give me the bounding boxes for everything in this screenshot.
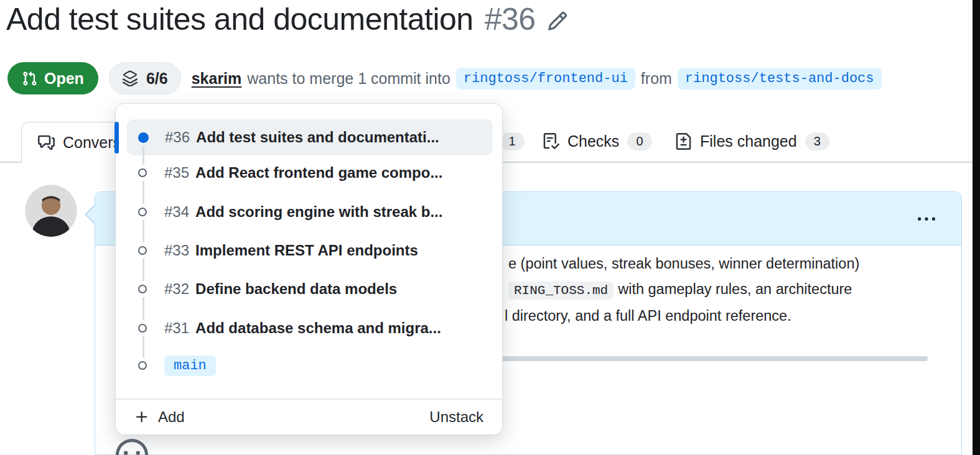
stack-connector — [142, 259, 144, 281]
comment-line-2: RING_TOSS.mdwith gameplay rules, an arch… — [508, 281, 852, 298]
selected-item-indicator — [114, 122, 119, 154]
add-reaction-button[interactable] — [116, 439, 148, 455]
merge-description: skarim wants to merge 1 commit into ring… — [192, 68, 882, 90]
pr-dot-icon — [138, 285, 147, 293]
stack-icon — [122, 70, 138, 86]
avatar[interactable] — [25, 185, 77, 237]
tab-checks-count: 0 — [627, 132, 651, 150]
branch-dot-icon — [138, 361, 147, 370]
stack-dropdown: #36 Add test suites and documentati... #… — [115, 103, 503, 435]
pencil-icon — [547, 11, 568, 32]
tab-files-changed-count: 3 — [805, 132, 829, 150]
base-branch-label[interactable]: ringtoss/frontend-ui — [456, 68, 635, 90]
pr-title-text: Add test suites and documentation — [6, 1, 474, 37]
stack-item-31[interactable]: #31 Add database schema and migra... — [127, 310, 493, 346]
author-link[interactable]: skarim — [192, 70, 242, 88]
add-to-stack-button[interactable]: Add — [134, 408, 185, 426]
stack-position-button[interactable]: 6/6 — [109, 62, 181, 94]
git-pull-request-icon — [22, 71, 37, 86]
file-diff-icon — [675, 133, 692, 150]
pr-number: #36 — [485, 1, 536, 37]
pr-dot-icon — [138, 208, 147, 216]
plus-icon — [134, 410, 149, 425]
stack-item-number: #31 — [164, 319, 189, 337]
stack-connector — [142, 297, 144, 320]
stack-item-number: #32 — [164, 280, 189, 298]
stack-item-title: Add database schema and migra... — [195, 319, 441, 337]
merge-text: wants to merge 1 commit into — [247, 70, 450, 88]
stack-item-title: Add React frontend game compo... — [195, 164, 442, 182]
stack-count: 6/6 — [146, 70, 168, 88]
tab-commits-count: 1 — [500, 132, 525, 150]
current-pr-dot-icon — [138, 132, 149, 143]
edit-title-button[interactable] — [547, 11, 568, 32]
stack-connector — [142, 145, 144, 165]
add-label: Add — [158, 408, 185, 426]
unstack-button[interactable]: Unstack — [429, 408, 483, 426]
comment-discussion-icon — [38, 134, 55, 151]
kebab-horizontal-icon — [918, 211, 935, 228]
stack-item-number: #35 — [164, 164, 189, 182]
stack-item-35[interactable]: #35 Add React frontend game compo... — [127, 155, 493, 191]
head-branch-label[interactable]: ringtoss/tests-and-docs — [678, 68, 882, 90]
stack-item-title: Define backend data models — [195, 280, 397, 298]
stack-item-title: Implement REST API endpoints — [195, 242, 418, 259]
stack-item-number: #36 — [165, 129, 190, 146]
pr-state-badge: Open — [7, 62, 98, 94]
pr-dot-icon — [138, 324, 147, 333]
pr-dot-icon — [138, 246, 147, 255]
stack-item-36[interactable]: #36 Add test suites and documentati... — [127, 119, 493, 155]
screenshot-edge — [973, 0, 980, 455]
stack-connector — [142, 220, 144, 242]
stack-item-main[interactable]: main — [127, 347, 493, 384]
stack-item-title: Add scoring engine with streak b... — [195, 203, 442, 221]
checklist-icon — [543, 133, 559, 150]
tab-files-changed-label: Files changed — [700, 132, 797, 150]
tab-checks[interactable]: Checks 0 — [543, 132, 652, 150]
comment-line-3: l directory, and a full API endpoint ref… — [505, 308, 791, 324]
page-title: Add test suites and documentation #36 — [6, 1, 568, 37]
comment-line-1: e (point values, streak bonuses, winner … — [508, 255, 859, 272]
stack-item-34[interactable]: #34 Add scoring engine with streak b... — [127, 194, 493, 230]
stack-item-32[interactable]: #32 Define backend data models — [127, 271, 493, 307]
merge-text-from: from — [641, 70, 672, 88]
stack-item-number: #34 — [164, 203, 189, 221]
comment-line-2-text: with gameplay rules, an architecture — [618, 281, 852, 297]
stack-item-number: #33 — [164, 242, 189, 259]
tab-files-changed[interactable]: Files changed 3 — [675, 132, 829, 150]
tab-checks-label: Checks — [567, 132, 619, 150]
dropdown-footer: Add Unstack — [116, 400, 502, 435]
comment-options-button[interactable] — [918, 211, 935, 228]
stack-item-33[interactable]: #33 Implement REST API endpoints — [127, 232, 493, 269]
stack-connector — [142, 181, 144, 204]
inline-code: RING_TOSS.md — [508, 282, 614, 300]
smiley-icon — [116, 439, 148, 455]
stack-item-title: Add test suites and documentati... — [196, 129, 439, 146]
pr-state-label: Open — [44, 70, 84, 88]
pr-dot-icon — [138, 168, 147, 177]
stack-connector — [142, 336, 144, 357]
main-branch-label: main — [164, 356, 216, 376]
pr-status-row: Open 6/6 skarim wants to merge 1 commit … — [7, 62, 882, 94]
